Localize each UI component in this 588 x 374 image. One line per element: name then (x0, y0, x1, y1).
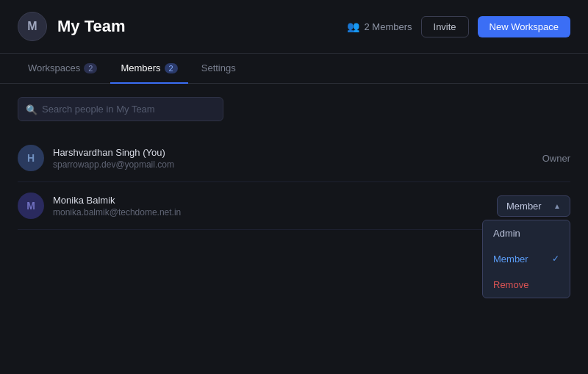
member-name: Monika Balmik (53, 195, 181, 206)
role-dropdown-menu: Admin Member ✓ Remove (482, 220, 570, 298)
header-right: 👥 2 Members Invite New Workspace (347, 16, 570, 37)
member-email: monika.balmik@techdome.net.in (53, 207, 181, 217)
members-icon: 👥 (347, 21, 359, 32)
chevron-up-icon: ▲ (553, 202, 561, 210)
tab-members[interactable]: Members 2 (110, 54, 187, 84)
new-workspace-button[interactable]: New Workspace (478, 16, 570, 37)
member-info: Harshvardhan Singh (You) sparrowapp.dev@… (53, 147, 174, 170)
member-name: Harshvardhan Singh (You) (53, 147, 174, 158)
tabs-bar: Workspaces 2 Members 2 Settings (0, 54, 588, 84)
check-icon: ✓ (552, 253, 559, 264)
member-left: M Monika Balmik monika.balmik@techdome.n… (18, 193, 181, 219)
member-info: Monika Balmik monika.balmik@techdome.net… (53, 195, 181, 217)
role-dropdown-wrapper: Member ▲ Admin Member ✓ Remove (497, 195, 570, 217)
member-row: M Monika Balmik monika.balmik@techdome.n… (18, 182, 570, 230)
invite-button[interactable]: Invite (421, 16, 469, 37)
dropdown-item-remove[interactable]: Remove (483, 272, 570, 298)
search-icon: 🔍 (26, 104, 37, 115)
members-count: 👥 2 Members (347, 21, 412, 32)
member-left: H Harshvardhan Singh (You) sparrowapp.de… (18, 145, 174, 171)
tab-settings[interactable]: Settings (191, 54, 246, 84)
member-role-label: Owner (542, 153, 570, 164)
page-title: My Team (57, 17, 126, 36)
header-left: M My Team (18, 12, 126, 41)
dropdown-item-member[interactable]: Member ✓ (483, 246, 570, 272)
search-container: 🔍 (18, 97, 570, 121)
avatar: H (18, 145, 44, 171)
tab-workspaces[interactable]: Workspaces 2 (18, 54, 107, 84)
role-dropdown-button[interactable]: Member ▲ (497, 195, 570, 217)
member-row: H Harshvardhan Singh (You) sparrowapp.de… (18, 134, 570, 182)
search-input[interactable] (18, 97, 223, 121)
dropdown-item-admin[interactable]: Admin (483, 220, 570, 246)
member-email: sparrowapp.dev@yopmail.com (53, 159, 174, 170)
team-avatar: M (18, 12, 47, 41)
header: M My Team 👥 2 Members Invite New Workspa… (0, 0, 588, 54)
avatar: M (18, 193, 44, 219)
content-area: 🔍 H Harshvardhan Singh (You) sparrowapp.… (0, 84, 588, 243)
